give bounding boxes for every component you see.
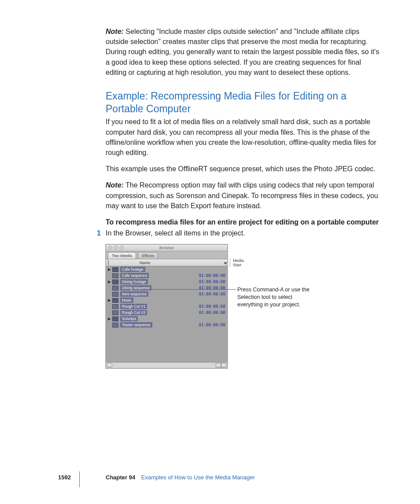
list-item[interactable]: Rough Cut V201:00:00:00: [106, 309, 227, 316]
item-label: Rough Cut V2: [120, 310, 147, 315]
chapter-number: Chapter 94: [106, 474, 135, 481]
item-label: Teaser sequence: [120, 322, 152, 327]
scroll-left-icon[interactable]: [216, 363, 221, 368]
page-number: 1592: [58, 474, 71, 481]
sequence-icon: [112, 304, 118, 309]
item-label: Cafe footage: [120, 267, 145, 272]
column-name[interactable]: Name: [109, 261, 230, 265]
media-start-value: 01:00:00:00: [196, 273, 227, 278]
disclosure-icon[interactable]: ▶: [106, 316, 112, 321]
intro-paragraph-1: If you need to fit a lot of media files …: [106, 117, 380, 158]
disclosure-icon[interactable]: ▶: [106, 280, 112, 284]
note-text-1: Selecting "Include master clips outside …: [106, 28, 379, 76]
intro-paragraph-2: This example uses the OfflineRT sequence…: [106, 164, 380, 174]
scroll-thumb[interactable]: [107, 363, 112, 368]
list-item[interactable]: Rough Cut V101:00:00:00: [106, 303, 227, 309]
media-start-value: 01:00:00:00: [196, 292, 227, 296]
bin-icon: [112, 280, 118, 284]
sequence-icon: [112, 286, 118, 291]
item-label: Cafe sequence: [120, 273, 149, 278]
note-label-1: Note:: [106, 28, 124, 35]
page-footer: 1592 Chapter 94 Examples of How to Use t…: [0, 474, 420, 483]
lead-in: To recompress media files for an entire …: [106, 217, 380, 227]
browser-tabs: Two Weeks Effects: [106, 251, 227, 259]
bin-icon: [112, 298, 118, 303]
list-item[interactable]: ▶Dining footage01:00:00:00: [106, 279, 227, 285]
note-paragraph-1: Note: Selecting "Include master clips ou…: [106, 26, 380, 77]
browser-title: Browser: [159, 246, 174, 250]
item-label: Music: [120, 298, 133, 303]
content-area: Note: Selecting "Include master clips ou…: [106, 26, 380, 368]
sequence-icon: [112, 273, 118, 278]
media-start-value: 01:00:00:00: [196, 323, 227, 327]
media-start-value: 01:00:00:00: [196, 310, 227, 315]
note-paragraph-2: Note: The Recompress option may fail wit…: [106, 180, 380, 211]
list-item[interactable]: Teaser sequence01:00:00:00: [106, 322, 227, 328]
browser-column-headers: Name Media Start: [106, 259, 227, 266]
list-item[interactable]: ▶Music: [106, 297, 227, 303]
list-item[interactable]: Intro sequence01:00:00:00: [106, 291, 227, 297]
screenshot-row: Browser Two Weeks Effects Name Media Sta…: [106, 244, 380, 368]
note-text-2: The Recompress option may fail with clip…: [106, 181, 378, 209]
callout-text: Press Command-A or use the Selection too…: [237, 286, 310, 309]
chapter-label: Chapter 94 Examples of How to Use the Me…: [106, 474, 255, 481]
horizontal-scrollbar[interactable]: [106, 362, 227, 368]
item-label: Rough Cut V1: [120, 304, 147, 309]
lead-in-text: To recompress media files for an entire …: [106, 218, 379, 226]
item-label: Subclips: [120, 316, 138, 321]
media-start-value: 01:00:00:00: [196, 280, 227, 284]
sort-indicator-icon: [224, 262, 227, 265]
callout-leader-line: Press Command-A or use the Selection too…: [237, 286, 310, 309]
bin-icon: [112, 267, 118, 272]
callout: Press Command-A or use the Selection too…: [237, 244, 310, 309]
minimize-icon[interactable]: [114, 246, 118, 250]
zoom-icon[interactable]: [119, 246, 124, 250]
browser-body[interactable]: ▶Cafe footage Cafe sequence01:00:00:00 ▶…: [106, 266, 227, 362]
disclosure-icon[interactable]: ▶: [106, 298, 112, 302]
bin-icon: [112, 316, 118, 321]
close-icon[interactable]: [108, 246, 112, 250]
section-heading: Example: Recompressing Media Files for E…: [106, 90, 380, 115]
item-label: Intro sequence: [120, 291, 148, 297]
list-item[interactable]: Dining sequence01:00:00:00: [106, 285, 227, 291]
step-text: In the Browser, select all items in the …: [106, 229, 245, 237]
page: Note: Selecting "Include master clips ou…: [0, 0, 420, 504]
sequence-icon: [112, 323, 118, 327]
list-item[interactable]: Cafe sequence01:00:00:00: [106, 272, 227, 279]
window-controls: [108, 246, 124, 250]
list-item[interactable]: ▶Subclips: [106, 316, 227, 322]
note-label-2: Note:: [106, 181, 124, 189]
browser-titlebar: Browser: [106, 245, 227, 251]
browser-window: Browser Two Weeks Effects Name Media Sta…: [106, 244, 228, 368]
chapter-title: Examples of How to Use the Media Manager: [141, 474, 255, 481]
sequence-icon: [112, 310, 118, 315]
sequence-icon: [112, 292, 118, 297]
list-item[interactable]: ▶Cafe footage: [106, 266, 227, 272]
item-label: Dining sequence: [120, 285, 151, 291]
scroll-right-icon[interactable]: [221, 363, 226, 368]
step-number: 1: [97, 228, 101, 238]
step-1: 1 In the Browser, select all items in th…: [106, 228, 380, 238]
disclosure-icon[interactable]: ▶: [106, 267, 112, 272]
footer-rule: [79, 471, 80, 487]
column-name-label: Name: [140, 261, 150, 265]
tab-effects[interactable]: Effects: [138, 252, 158, 259]
media-start-value: 01:00:00:00: [196, 304, 227, 309]
tab-two-weeks[interactable]: Two Weeks: [108, 252, 136, 259]
item-label: Dining footage: [120, 279, 148, 284]
